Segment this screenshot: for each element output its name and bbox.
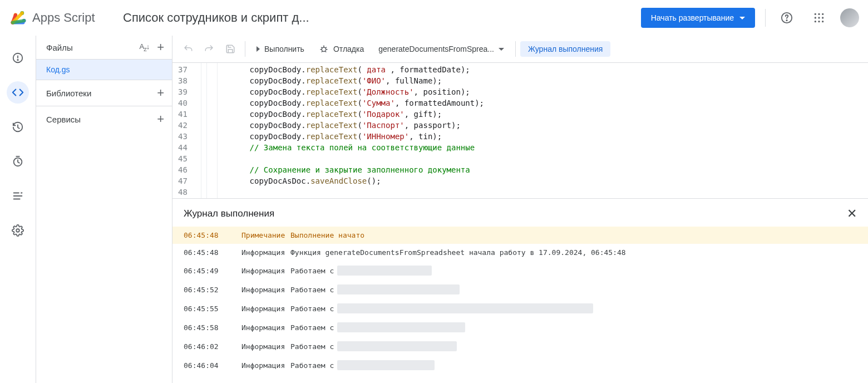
rail-overview[interactable]	[7, 47, 29, 69]
redacted-text	[337, 322, 465, 332]
code-editor[interactable]: 37383940414243444546474849 copyDocBody.r…	[172, 63, 868, 198]
close-log-button[interactable]: ✕	[847, 207, 857, 221]
header-actions: Начать развертывание	[641, 7, 859, 29]
deploy-label: Начать развертывание	[651, 13, 734, 22]
add-service-button[interactable]: +	[154, 113, 167, 125]
debug-label: Отладка	[333, 45, 364, 53]
sort-az-icon[interactable]: AZ↓	[137, 42, 151, 52]
apps-script-logo-icon	[9, 8, 28, 27]
header: Apps Script Список сотрудников и скрипт …	[0, 0, 868, 36]
separator	[765, 9, 766, 27]
apps-grid-button[interactable]	[808, 7, 830, 29]
services-label: Сервисы	[46, 115, 81, 124]
log-header: Журнал выполнения ✕	[172, 199, 868, 227]
log-row: 06:45:55ИнформацияРаботаем с	[172, 299, 868, 318]
svg-point-16	[17, 60, 18, 60]
add-file-button[interactable]: +	[154, 41, 167, 53]
log-row: 06:45:48ИнформацияФункция generateDocume…	[172, 244, 868, 261]
redacted-text	[337, 360, 435, 370]
help-button[interactable]	[776, 7, 798, 29]
fold-strip	[198, 63, 218, 198]
svg-point-11	[822, 17, 823, 18]
code-lines[interactable]: copyDocBody.replaceText( дата , formatte…	[218, 63, 484, 198]
svg-point-5	[786, 20, 787, 21]
account-avatar[interactable]	[840, 8, 859, 27]
svg-point-8	[822, 13, 823, 15]
rail-editor[interactable]	[7, 81, 29, 104]
logo[interactable]: Apps Script	[9, 8, 117, 27]
svg-point-18	[16, 229, 19, 232]
file-item[interactable]: Код.gs	[36, 60, 172, 80]
line-gutter: 37383940414243444546474849	[172, 63, 198, 198]
run-label: Выполнить	[264, 45, 304, 53]
sidebar: Файлы AZ↓ + Код.gs Библиотеки + Сервисы …	[36, 36, 172, 383]
add-library-button[interactable]: +	[154, 87, 167, 99]
log-row: 06:45:48ПримечаниеВыполнение начато	[172, 227, 868, 244]
run-button[interactable]: Выполнить	[250, 41, 311, 57]
log-row: 06:46:02ИнформацияРаботаем с	[172, 337, 868, 356]
rail-history[interactable]	[7, 116, 29, 138]
svg-point-13	[818, 21, 820, 22]
redacted-text	[337, 341, 457, 351]
svg-point-10	[818, 17, 820, 18]
rail-triggers[interactable]	[7, 150, 29, 173]
files-header: Файлы AZ↓ +	[36, 36, 172, 60]
log-body[interactable]: 06:45:48ПримечаниеВыполнение начато06:45…	[172, 227, 868, 375]
bug-icon	[319, 44, 329, 54]
separator	[245, 41, 245, 57]
toolbar: Выполнить Отладка generateDocumentsFromS…	[172, 36, 868, 63]
log-row: 06:45:49ИнформацияРаботаем с	[172, 261, 868, 280]
files-label: Файлы	[46, 43, 73, 52]
app-name: Apps Script	[32, 11, 95, 25]
rail-executions[interactable]	[7, 185, 29, 207]
chevron-down-icon	[739, 17, 745, 19]
log-row: 06:46:04ИнформацияРаботаем с	[172, 356, 868, 375]
services-row: Сервисы +	[36, 106, 172, 132]
svg-point-12	[815, 21, 816, 22]
log-title: Журнал выполнения	[184, 208, 274, 219]
project-title[interactable]: Список сотрудников и скрипт д...	[123, 11, 357, 25]
deploy-button[interactable]: Начать развертывание	[641, 8, 755, 28]
redo-button[interactable]	[199, 39, 219, 59]
undo-button[interactable]	[178, 39, 198, 59]
redacted-text	[337, 303, 593, 313]
save-button[interactable]	[220, 39, 240, 59]
left-rail	[0, 36, 36, 383]
svg-point-9	[815, 17, 816, 18]
svg-point-7	[818, 13, 820, 15]
function-select[interactable]: generateDocumentsFromSprea...	[372, 41, 511, 57]
libraries-row: Библиотеки +	[36, 80, 172, 106]
libraries-label: Библиотеки	[46, 89, 91, 98]
log-panel: Журнал выполнения ✕ 06:45:48ПримечаниеВы…	[172, 198, 868, 383]
debug-button[interactable]: Отладка	[312, 41, 371, 57]
function-name: generateDocumentsFromSprea...	[378, 45, 494, 53]
redacted-text	[337, 266, 432, 276]
rail-settings[interactable]	[7, 219, 29, 242]
execution-log-toggle[interactable]: Журнал выполнения	[520, 41, 610, 57]
chevron-down-icon	[499, 48, 504, 51]
svg-point-14	[822, 21, 823, 22]
redacted-text	[337, 284, 460, 294]
log-row: 06:45:52ИнформацияРаботаем с	[172, 280, 868, 299]
editor-area: Выполнить Отладка generateDocumentsFromS…	[172, 36, 868, 383]
log-row: 06:45:58ИнформацияРаботаем с	[172, 318, 868, 337]
separator	[515, 41, 516, 57]
svg-point-6	[815, 13, 816, 15]
play-icon	[257, 46, 260, 52]
